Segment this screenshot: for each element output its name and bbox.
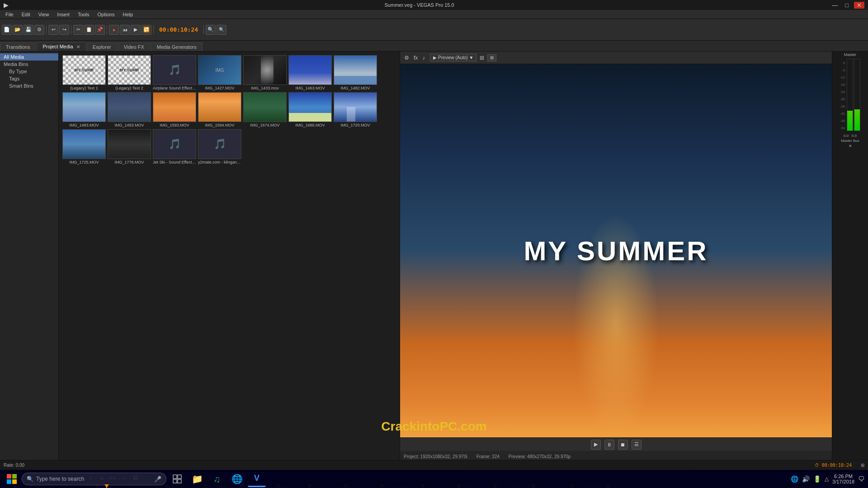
- taskbar-app-vegas[interactable]: V: [248, 471, 266, 487]
- rewind-btn[interactable]: ⏮: [120, 25, 130, 35]
- media-item-img-1482[interactable]: IMG_1482.MOV: [334, 55, 377, 90]
- media-thumb-img-1674: [243, 92, 287, 122]
- media-item-img-1427[interactable]: IMG IMG_1427.MOV: [198, 55, 241, 90]
- media-item-img-1593[interactable]: IMG_1593.MOV: [153, 92, 196, 127]
- vu-meter-panel: Master 6 -6 -12 -18 -24 -30 -36 -42 -48 …: [832, 52, 868, 471]
- taskbar-app-spotify[interactable]: ♫: [208, 471, 226, 487]
- maximize-btn[interactable]: □: [843, 2, 850, 9]
- zoom-in-btn[interactable]: 🔍: [206, 25, 216, 35]
- media-item-img-1463[interactable]: IMG_1463.MOV: [288, 55, 332, 90]
- menu-view[interactable]: View: [35, 11, 53, 18]
- preview-pause-btn[interactable]: ⏸: [604, 440, 614, 450]
- media-label-jet-ski-sound: Jet Ski - Sound Effects.mp3: [153, 160, 196, 164]
- menu-help[interactable]: Help: [119, 11, 137, 18]
- tabs-bar: Transitions Project Media ✕ Explorer Vid…: [0, 41, 868, 52]
- media-item-img-1674[interactable]: IMG_1674.MOV: [243, 92, 287, 127]
- taskbar-task-view[interactable]: [168, 471, 186, 487]
- preview-list-btn[interactable]: ☰: [632, 440, 642, 450]
- taskbar-mic-icon[interactable]: 🎤: [154, 476, 161, 483]
- media-thumb-img-1778: [108, 129, 151, 159]
- taskbar-app-chrome[interactable]: 🌐: [228, 471, 246, 487]
- settings-btn[interactable]: ⚙: [34, 25, 44, 35]
- preview-grid-btn[interactable]: ⊞: [487, 54, 496, 61]
- media-thumb-img-1482: [334, 55, 377, 85]
- menu-insert[interactable]: Insert: [53, 11, 73, 18]
- vu-bars-container: 6 -6 -12 -18 -24 -30 -36 -42 -48 -54: [840, 59, 861, 132]
- undo-btn[interactable]: ↩: [48, 25, 58, 35]
- new-btn[interactable]: 📄: [2, 25, 12, 35]
- close-btn[interactable]: ✕: [854, 2, 864, 9]
- media-item-img-1725[interactable]: IMG_1725.MOV: [62, 129, 106, 164]
- media-label-img-1674: IMG_1674.MOV: [243, 123, 287, 127]
- taskbar-app-explorer[interactable]: 📁: [188, 471, 206, 487]
- zoom-out-btn[interactable]: 🔍: [217, 25, 226, 35]
- task-view-icon: [173, 474, 182, 483]
- preview-settings-btn[interactable]: ⚙: [403, 54, 410, 61]
- sidebar-item-tags[interactable]: Tags: [0, 75, 58, 82]
- media-item-legacy-text-2[interactable]: MY SUMR (Legacy) Text 2: [108, 55, 151, 90]
- media-item-img-1433[interactable]: IMG_1433.mov: [243, 55, 287, 90]
- taskbar-clock[interactable]: 6:26 PM 3/17/2018: [832, 474, 854, 484]
- master-bus-close[interactable]: ✕: [849, 144, 852, 148]
- cut-btn[interactable]: ✂: [73, 25, 83, 35]
- media-item-y2mate[interactable]: 🎵 y2mate.com - klingande_jubel_origin...: [198, 129, 241, 164]
- vu-label-42: -36: [840, 103, 845, 110]
- preview-size-btn[interactable]: ⊞: [478, 54, 486, 61]
- tab-project-media[interactable]: Project Media ✕: [37, 42, 85, 51]
- preview-fx-btn[interactable]: fx: [412, 54, 419, 61]
- menu-bar: File Edit View Insert Tools Options Help: [0, 10, 868, 19]
- media-item-img-1493[interactable]: IMG_1493.MOV: [108, 92, 151, 127]
- tray-notification-btn[interactable]: 🗨: [858, 475, 864, 483]
- tray-volume-icon[interactable]: 🔊: [802, 475, 810, 483]
- taskbar-search-box[interactable]: 🔍 Type here to search 🎤: [22, 473, 166, 485]
- clock-date: 3/17/2018: [832, 479, 854, 484]
- preview-stop-btn[interactable]: ⏹: [618, 440, 628, 450]
- menu-file[interactable]: File: [2, 11, 17, 18]
- tab-media-generators[interactable]: Media Generators: [151, 42, 203, 51]
- copy-btn[interactable]: 📋: [84, 25, 94, 35]
- sidebar-item-all-media[interactable]: All Media: [0, 53, 58, 61]
- media-item-img-1686[interactable]: IMG_1686.MOV: [288, 92, 332, 127]
- vu-label-6: 6: [843, 60, 845, 67]
- menu-options[interactable]: Options: [94, 11, 118, 18]
- taskbar-start-btn[interactable]: [4, 471, 20, 487]
- window-controls[interactable]: — □ ✕: [830, 2, 864, 9]
- redo-btn[interactable]: ↪: [59, 25, 69, 35]
- media-item-img-1720[interactable]: IMG_1720.MOV: [334, 92, 377, 127]
- menu-edit[interactable]: Edit: [18, 11, 34, 18]
- sidebar-item-smart-bins[interactable]: Smart Bins: [0, 82, 58, 89]
- preview-mode-dropdown[interactable]: ▶ Preview (Auto) ▼: [430, 54, 476, 61]
- tab-video-fx[interactable]: Video FX: [118, 42, 150, 51]
- minimize-btn[interactable]: —: [830, 2, 840, 9]
- media-item-img-1483[interactable]: IMG_1483.MOV: [62, 92, 106, 127]
- status-expand-btn[interactable]: ⊞: [861, 463, 864, 468]
- tab-project-media-close[interactable]: ✕: [76, 44, 80, 49]
- media-item-img-1594[interactable]: IMG_1594.MOV: [198, 92, 241, 127]
- left-panel: All Media Media Bins By Type Tags Smart …: [0, 52, 400, 471]
- play-btn[interactable]: ▶: [131, 25, 141, 35]
- media-thumb-img-1593: [153, 92, 196, 122]
- record-btn[interactable]: ●: [109, 25, 119, 35]
- media-thumb-jet-ski-sound: 🎵: [153, 129, 196, 159]
- media-item-img-1778[interactable]: IMG_1778.MOV: [108, 129, 151, 164]
- loop-btn[interactable]: 🔁: [142, 25, 151, 35]
- media-thumb-img-1433: [243, 55, 287, 85]
- paste-btn[interactable]: 📌: [95, 25, 105, 35]
- open-btn[interactable]: 📂: [13, 25, 23, 35]
- sidebar-item-by-type[interactable]: By Type: [0, 68, 58, 75]
- tab-transitions[interactable]: Transitions: [0, 42, 36, 51]
- preview-eq-btn[interactable]: ♪: [421, 54, 426, 61]
- vu-label-18: -12: [840, 74, 845, 81]
- media-thumb-img-1594: [198, 92, 241, 122]
- media-item-legacy-text-1[interactable]: MY SUMR (Legacy) Text 1: [62, 55, 106, 90]
- save-btn[interactable]: 💾: [24, 25, 33, 35]
- tray-arrows-icon: △: [825, 476, 829, 482]
- preview-play-btn[interactable]: ▶: [591, 440, 601, 450]
- media-item-jet-ski-sound[interactable]: 🎵 Jet Ski - Sound Effects.mp3: [153, 129, 196, 164]
- media-item-airplane-sound[interactable]: 🎵 Airplane Sound Effect.mp3: [153, 55, 196, 90]
- menu-tools[interactable]: Tools: [74, 11, 93, 18]
- vu-bar-left: [847, 59, 853, 131]
- media-label-img-1778: IMG_1778.MOV: [108, 160, 151, 164]
- sidebar-item-media-bins[interactable]: Media Bins: [0, 61, 58, 68]
- tab-explorer[interactable]: Explorer: [87, 42, 117, 51]
